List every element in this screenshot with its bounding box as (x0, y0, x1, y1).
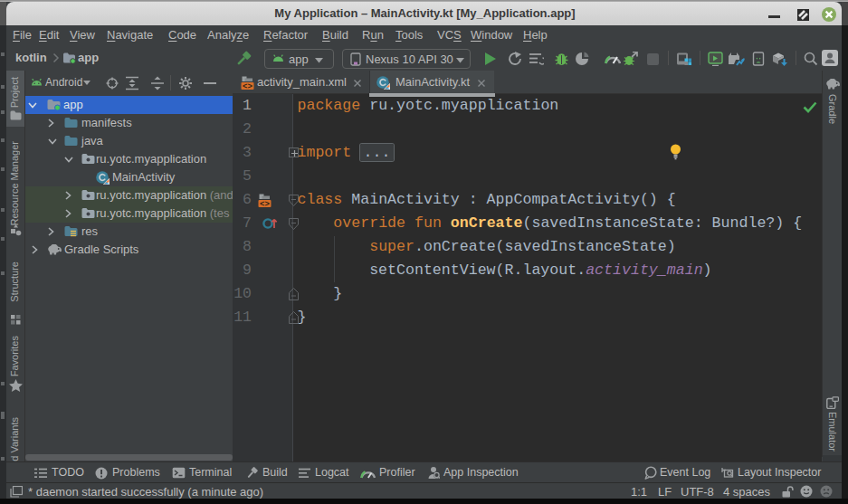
svg-text:<>: <> (243, 82, 252, 90)
svg-text:<>: <> (260, 200, 270, 208)
